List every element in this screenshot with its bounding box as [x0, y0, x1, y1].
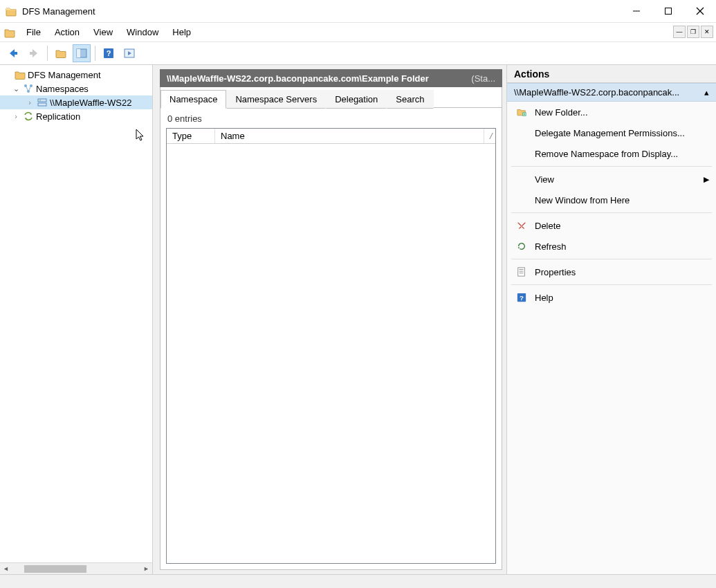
svg-rect-13 [38, 99, 46, 102]
status-bar [0, 574, 716, 588]
help-toolbar-button[interactable]: ? [100, 44, 118, 62]
center-header: \\MapleWaffle-WS22.corp.baconpancake.com… [160, 69, 502, 87]
folder-button[interactable] [52, 44, 70, 62]
action-refresh[interactable]: Refresh [507, 236, 716, 257]
window-controls [621, 0, 716, 22]
horizontal-scrollbar[interactable]: ◄ ► [0, 562, 152, 574]
scroll-left-icon[interactable]: ◄ [0, 563, 12, 575]
action-label: Help [535, 293, 553, 303]
tree-node-root[interactable]: DFS Management [0, 68, 152, 82]
delete-icon [515, 219, 528, 232]
action-delete[interactable]: Delete [507, 215, 716, 236]
properties-icon [515, 266, 528, 278]
tab-namespace-servers[interactable]: Namespace Servers [226, 90, 326, 109]
mdi-controls: — ❐ ✕ [673, 26, 713, 38]
scroll-right-icon[interactable]: ► [140, 563, 152, 575]
tree-node-label: Namespaces [36, 84, 89, 94]
collapse-icon[interactable]: ⌄ [11, 84, 21, 93]
refresh-icon [515, 240, 528, 252]
menu-bar: File Action View Window Help — ❐ ✕ [0, 22, 716, 42]
svg-point-15 [39, 100, 41, 101]
mdi-restore-button[interactable]: ❐ [687, 26, 699, 38]
menu-window[interactable]: Window [120, 24, 165, 40]
actions-context-label: \\MapleWaffle-WS22.corp.baconpancak... [514, 87, 679, 98]
server-icon [37, 97, 48, 108]
action-separator [511, 212, 712, 213]
help-icon: ? [515, 291, 528, 304]
nav-back-button[interactable] [4, 44, 22, 62]
console-tree-toggle-button[interactable] [73, 44, 91, 62]
collapse-triangle-icon: ▴ [704, 87, 709, 98]
svg-rect-14 [38, 103, 46, 106]
action-new-folder[interactable]: New Folder... [507, 102, 716, 122]
close-button[interactable] [684, 0, 716, 22]
action-separator [511, 284, 712, 285]
svg-rect-5 [77, 49, 80, 57]
column-name[interactable]: Name [215, 129, 484, 143]
tree-node-label: \\MapleWaffle-WS22 [50, 98, 132, 108]
center-pane: \\MapleWaffle-WS22.corp.baconpancake.com… [153, 65, 506, 574]
list-view[interactable]: Type Name / [166, 128, 496, 564]
replication-icon [23, 111, 34, 122]
menu-action[interactable]: Action [48, 24, 86, 40]
svg-rect-1 [665, 8, 672, 15]
expand-icon[interactable]: › [25, 98, 35, 107]
main-area: DFS Management ⌄ Namespaces › \\MapleWaf… [0, 65, 716, 574]
action-delegate[interactable]: Delegate Management Permissions... [507, 122, 716, 143]
svg-text:?: ? [520, 294, 524, 302]
action-label: New Window from Here [535, 195, 630, 205]
title-bar: DFS Management [0, 0, 716, 22]
list-header: Type Name / [167, 129, 495, 144]
svg-rect-19 [518, 268, 525, 276]
action-new-window[interactable]: New Window from Here [507, 190, 716, 210]
submenu-arrow-icon: ▶ [704, 175, 709, 184]
namespaces-icon [23, 83, 34, 94]
actions-title: Actions [507, 65, 716, 83]
nav-forward-button[interactable] [25, 44, 43, 62]
column-filler: / [484, 129, 495, 143]
action-label: Remove Namespace from Display... [535, 149, 678, 159]
actions-pane: Actions \\MapleWaffle-WS22.corp.baconpan… [506, 65, 716, 574]
tree-node-replication[interactable]: › Replication [0, 109, 152, 123]
list-body[interactable] [167, 144, 495, 563]
action-view[interactable]: View ▶ [507, 169, 716, 190]
maximize-button[interactable] [652, 0, 684, 22]
action-label: Properties [535, 267, 576, 277]
mdi-close-button[interactable]: ✕ [701, 26, 713, 38]
tab-namespace[interactable]: Namespace [160, 90, 226, 109]
action-remove-namespace[interactable]: Remove Namespace from Display... [507, 143, 716, 164]
action-label: Refresh [535, 241, 567, 252]
menu-view[interactable]: View [86, 24, 120, 40]
menu-file[interactable]: File [19, 24, 48, 40]
tree-node-label: Replication [36, 111, 80, 122]
expand-icon[interactable]: › [11, 112, 21, 120]
tree-pane: DFS Management ⌄ Namespaces › \\MapleWaf… [0, 65, 153, 574]
mdi-minimize-button[interactable]: — [673, 26, 686, 38]
tab-delegation[interactable]: Delegation [326, 90, 387, 109]
new-folder-icon [515, 106, 528, 118]
toolbar-separator [95, 46, 95, 61]
tree-node-namespaces[interactable]: ⌄ Namespaces [0, 82, 152, 95]
minimize-button[interactable] [621, 0, 652, 22]
action-label: New Folder... [535, 107, 588, 118]
action-properties[interactable]: Properties [507, 261, 716, 282]
tree-node-server[interactable]: › \\MapleWaffle-WS22 [0, 95, 152, 109]
tab-search[interactable]: Search [387, 90, 433, 109]
menu-help[interactable]: Help [165, 24, 198, 40]
app-folder-icon-small [4, 27, 15, 38]
column-type[interactable]: Type [167, 129, 215, 143]
dfs-root-icon [15, 69, 26, 80]
center-header-title: \\MapleWaffle-WS22.corp.baconpancake.com… [167, 73, 464, 84]
preview-pane-button[interactable] [120, 44, 138, 62]
tree-view[interactable]: DFS Management ⌄ Namespaces › \\MapleWaf… [0, 65, 152, 562]
tab-body: 0 entries Type Name / [160, 108, 502, 570]
entries-count-label: 0 entries [167, 113, 496, 124]
action-label: Delete [535, 221, 561, 231]
toolbar: ? [0, 42, 716, 65]
window-title: DFS Management [22, 6, 621, 17]
scroll-thumb[interactable] [24, 565, 86, 573]
action-help[interactable]: ? Help [507, 287, 716, 308]
toolbar-separator [47, 46, 48, 61]
actions-context-header[interactable]: \\MapleWaffle-WS22.corp.baconpancak... ▴ [507, 83, 716, 102]
tabs-row: Namespace Namespace Servers Delegation S… [160, 87, 502, 108]
